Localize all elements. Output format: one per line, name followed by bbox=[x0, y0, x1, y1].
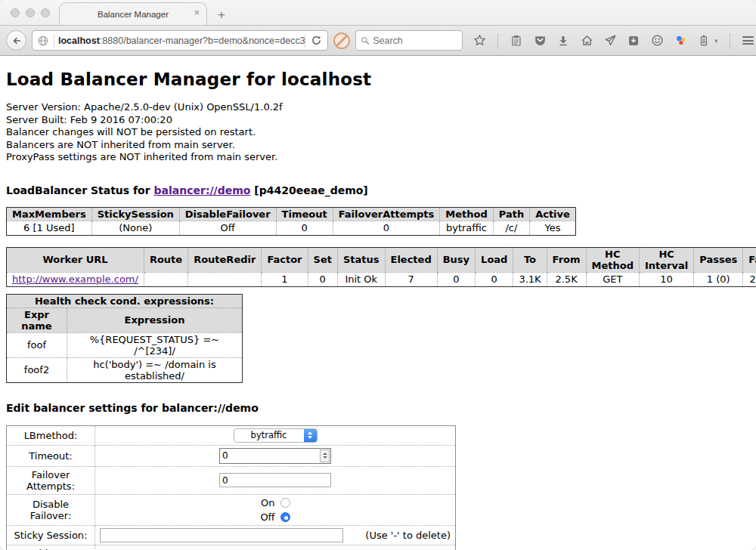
browser-window: Balancer Manager × + localhost:8880/bala… bbox=[0, 0, 756, 550]
navigation-toolbar: localhost:8880/balancer-manager?b=demo&n… bbox=[0, 26, 756, 56]
sticky-session-label: Sticky Session: bbox=[7, 525, 95, 545]
reload-button[interactable] bbox=[305, 35, 327, 46]
notice-persist: Balancer changes will NOT be persisted o… bbox=[6, 126, 750, 139]
val-busy: 0 bbox=[437, 272, 475, 286]
disable-failover-row: Disable Failover: On Off bbox=[7, 494, 456, 525]
failover-attempts-label: Failover Attempts: bbox=[7, 466, 95, 494]
col-failoverattempts: FailoverAttempts bbox=[333, 207, 440, 221]
disable-failover-cell: On Off bbox=[95, 494, 456, 525]
balancer-summary-table: MaxMembers StickySession DisableFailover… bbox=[6, 207, 576, 236]
val-route bbox=[144, 272, 187, 286]
sticky-session-row: Sticky Session: (Use '-' to delete) bbox=[7, 525, 456, 545]
val-passes: 1 (0) bbox=[694, 272, 743, 286]
val-failoverattempts: 0 bbox=[333, 221, 440, 235]
failover-attempts-input[interactable] bbox=[219, 473, 331, 487]
lbmethod-selected-value: bytraffic bbox=[234, 429, 304, 442]
val-status: Init Ok bbox=[337, 272, 385, 286]
tab-close-icon[interactable]: × bbox=[194, 8, 200, 17]
timeout-input[interactable] bbox=[220, 450, 320, 461]
col-maxmembers: MaxMembers bbox=[7, 207, 92, 221]
val-hc-interval: 10 bbox=[639, 272, 693, 286]
menu-hamburger-icon[interactable] bbox=[742, 34, 755, 48]
adblock-icon[interactable] bbox=[333, 32, 350, 49]
toolbar-separator2 bbox=[730, 33, 730, 48]
timeout-input-wrap bbox=[219, 448, 331, 464]
val-expression-1: %{REQUEST_STATUS} =~ /^[234]/ bbox=[67, 332, 243, 357]
col-busy: Busy bbox=[437, 247, 475, 272]
window-controls[interactable] bbox=[11, 8, 50, 17]
col-timeout: Timeout bbox=[276, 207, 333, 221]
col-active: Active bbox=[530, 207, 576, 221]
col-load: Load bbox=[476, 247, 513, 272]
val-disablefailover: Off bbox=[179, 221, 276, 235]
close-window-button[interactable] bbox=[11, 8, 20, 17]
notice-balancers: Balancers are NOT inherited from main se… bbox=[6, 139, 750, 152]
lbmethod-select[interactable]: bytraffic bbox=[234, 428, 318, 443]
worker-url-link[interactable]: http://www.example.com/ bbox=[12, 273, 138, 285]
health-check-table: Health check cond. expressions: Expr nam… bbox=[6, 294, 243, 383]
col-hc-interval: HC Interval bbox=[639, 247, 693, 272]
back-button[interactable] bbox=[6, 30, 26, 51]
lbmethod-label: LBmethod: bbox=[7, 425, 95, 445]
toolbar-icons: ▾ bbox=[472, 33, 756, 48]
col-worker-url: Worker URL bbox=[7, 247, 144, 272]
url-text[interactable]: localhost:8880/balancer-manager?b=demo&n… bbox=[54, 36, 305, 46]
server-version: Server Version: Apache/2.5.0-dev (Unix) … bbox=[6, 101, 750, 114]
pocket-icon[interactable] bbox=[533, 34, 547, 48]
col-path: Path bbox=[493, 207, 529, 221]
reading-list-icon[interactable] bbox=[510, 34, 523, 48]
feedback-smiley-icon[interactable] bbox=[650, 34, 664, 48]
lbmethod-cell: bytraffic bbox=[95, 425, 456, 445]
extension-colordots-icon[interactable] bbox=[674, 34, 687, 48]
balancer-demo-link[interactable]: balancer://demo bbox=[154, 184, 251, 196]
worker-table: Worker URL Route RouteRedir Factor Set S… bbox=[6, 247, 756, 287]
save-to-device-icon[interactable] bbox=[627, 34, 640, 48]
number-spinner-icon[interactable] bbox=[320, 450, 330, 462]
col-elected: Elected bbox=[385, 247, 437, 272]
url-bar[interactable]: localhost:8880/balancer-manager?b=demo&n… bbox=[32, 30, 328, 51]
search-input[interactable] bbox=[373, 36, 457, 46]
page-content: Load Balancer Manager for localhost Serv… bbox=[0, 56, 756, 550]
tab-balancer-manager[interactable]: Balancer Manager × bbox=[59, 2, 207, 25]
bookmark-star-icon[interactable] bbox=[472, 34, 486, 48]
send-tab-icon[interactable] bbox=[603, 34, 617, 48]
site-identity-globe-icon[interactable] bbox=[33, 35, 54, 47]
val-expr-name-2: foof2 bbox=[7, 357, 67, 382]
home-icon[interactable] bbox=[580, 34, 593, 48]
add-worker-row: Add New Worker: Are you sure? bbox=[7, 545, 456, 550]
val-path: /c/ bbox=[493, 221, 529, 235]
battery-status-icon[interactable] bbox=[697, 34, 711, 48]
select-stepper-icon bbox=[304, 429, 317, 442]
balancer-header-row: MaxMembers StickySession DisableFailover… bbox=[7, 207, 576, 221]
sticky-session-input[interactable] bbox=[100, 528, 343, 542]
dropdown-caret-icon[interactable]: ▾ bbox=[714, 37, 718, 45]
search-bar[interactable] bbox=[355, 30, 463, 51]
col-method: Method bbox=[440, 207, 493, 221]
sticky-session-cell: (Use '-' to delete) bbox=[95, 525, 456, 545]
worker-header-row: Worker URL Route RouteRedir Factor Set S… bbox=[7, 247, 756, 272]
val-fails: 2 (0) bbox=[743, 272, 756, 286]
add-worker-label: Add New Worker: bbox=[7, 545, 95, 550]
disable-failover-off-radio[interactable] bbox=[280, 512, 290, 522]
col-routeredir: RouteRedir bbox=[188, 247, 262, 272]
val-from: 2.5K bbox=[547, 272, 586, 286]
val-maxmembers: 6 [1 Used] bbox=[7, 221, 92, 235]
col-expression: Expression bbox=[67, 307, 243, 332]
health-table-title: Health check cond. expressions: bbox=[7, 294, 243, 307]
new-tab-button[interactable]: + bbox=[218, 8, 225, 21]
zoom-window-button[interactable] bbox=[41, 8, 50, 17]
col-disablefailover: DisableFailover bbox=[179, 207, 276, 221]
minimize-window-button[interactable] bbox=[26, 8, 35, 17]
titlebar: Balancer Manager × + bbox=[0, 0, 756, 26]
downloads-icon[interactable] bbox=[556, 34, 570, 48]
val-stickysession: (None) bbox=[91, 221, 179, 235]
col-passes: Passes bbox=[694, 247, 743, 272]
disable-failover-on-radio[interactable] bbox=[280, 498, 290, 508]
back-arrow-icon bbox=[11, 36, 22, 46]
val-set: 0 bbox=[308, 272, 337, 286]
val-to: 3.1K bbox=[513, 272, 547, 286]
col-to: To bbox=[513, 247, 547, 272]
val-routeredir bbox=[188, 272, 262, 286]
edit-balancer-form: LBmethod: bytraffic Timeout: bbox=[6, 425, 456, 550]
edit-balancer-heading: Edit balancer settings for balancer://de… bbox=[6, 402, 750, 414]
